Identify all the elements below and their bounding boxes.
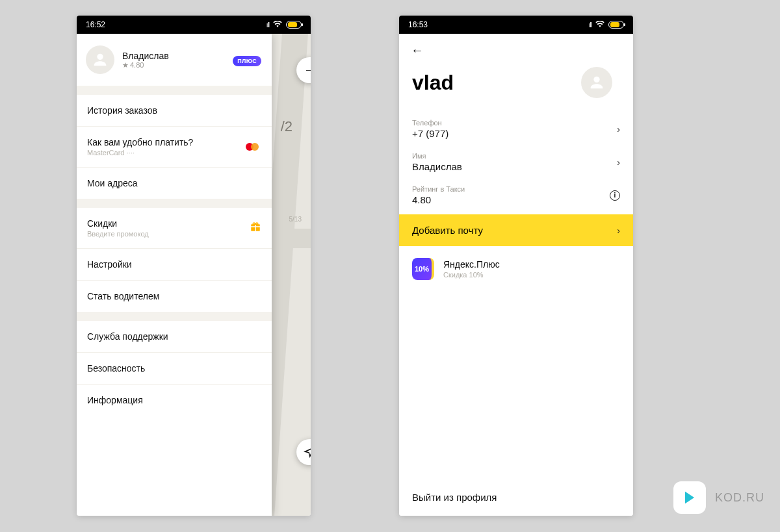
status-bar: 16:52 ıll (77, 16, 311, 34)
plus-percent-icon: 10% (412, 258, 434, 280)
chevron-right-icon: › (617, 124, 620, 134)
battery-icon (286, 21, 302, 29)
profile-rating: ★ 4.80 (122, 61, 233, 70)
side-drawer: Владислав ★ 4.80 ПЛЮС История заказов Ка… (77, 34, 272, 516)
phone-screen-profile: 16:53 ıll ← vlad Телефон +7 (977) › (399, 16, 633, 516)
status-time: 16:53 (408, 20, 428, 29)
phone-screen-menu: 16:52 ıll /2 5/13 Владислав ★ 4.80 ПЛЮС (77, 16, 311, 516)
wifi-icon (273, 20, 282, 29)
status-time: 16:52 (86, 20, 105, 29)
menu-item-driver[interactable]: Стать водителем (77, 280, 272, 312)
field-rating[interactable]: Рейтинг в Такси 4.80 i (399, 179, 633, 212)
menu-item-payment[interactable]: Как вам удобно платить? MasterCard ···· (77, 126, 272, 167)
profile-name: Владислав (122, 51, 233, 61)
back-button[interactable]: ← (411, 43, 424, 57)
battery-icon (608, 21, 624, 29)
avatar-icon (86, 45, 114, 74)
logout-button[interactable]: Выйти из профиля (399, 479, 633, 516)
menu-item-history[interactable]: История заказов (77, 95, 272, 126)
info-icon[interactable]: i (610, 190, 620, 201)
yandex-plus-row[interactable]: 10% Яндекс.Плюс Скидка 10% (399, 246, 633, 292)
watermark-icon (673, 481, 706, 514)
menu-item-support[interactable]: Служба поддержки (77, 321, 272, 352)
chevron-right-icon: › (617, 225, 620, 236)
page-title: vlad (412, 71, 454, 95)
menu-item-settings[interactable]: Настройки (77, 248, 272, 280)
signal-icon: ıll (589, 21, 592, 29)
add-email-button[interactable]: Добавить почту › (399, 214, 633, 246)
plus-badge[interactable]: ПЛЮС (233, 54, 261, 66)
field-name[interactable]: Имя Владислав › (399, 146, 633, 179)
mastercard-icon (244, 141, 261, 153)
gift-icon (250, 221, 261, 236)
avatar-icon[interactable] (581, 67, 612, 98)
menu-item-security[interactable]: Безопасность (77, 352, 272, 384)
menu-item-discounts[interactable]: Скидки Введите промокод (77, 208, 272, 248)
status-bar: 16:53 ıll (399, 16, 633, 34)
field-phone[interactable]: Телефон +7 (977) › (399, 112, 633, 146)
wifi-icon (595, 20, 604, 29)
signal-icon: ıll (266, 21, 269, 29)
menu-item-info[interactable]: Информация (77, 384, 272, 416)
chevron-right-icon: › (617, 157, 620, 168)
menu-item-addresses[interactable]: Мои адреса (77, 167, 272, 199)
watermark: KOD.RU (673, 481, 764, 514)
profile-page: ← vlad Телефон +7 (977) › Имя Владислав … (399, 34, 633, 516)
drawer-profile[interactable]: Владислав ★ 4.80 ПЛЮС (77, 34, 272, 86)
